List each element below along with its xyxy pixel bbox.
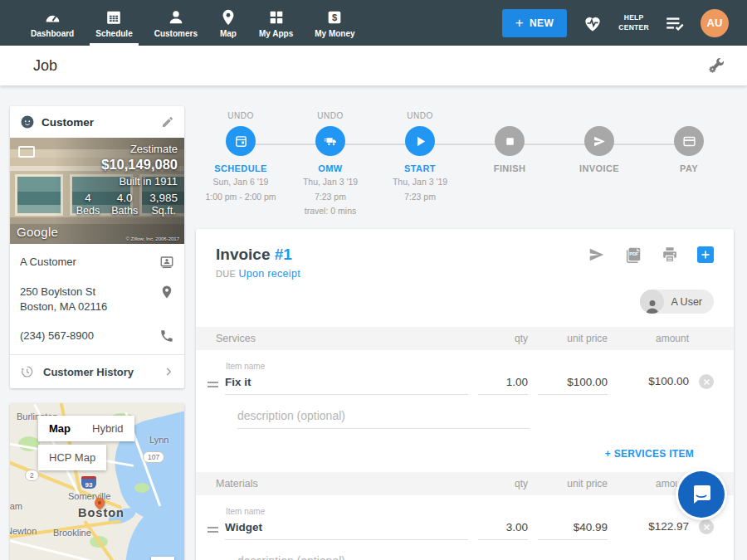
baths-value: 4.0 xyxy=(111,192,138,204)
drag-handle[interactable] xyxy=(208,379,218,387)
route-badge-107: 107 xyxy=(143,451,164,463)
step-time: 1:00 pm - 2:00 pm xyxy=(196,191,286,203)
help-center-link[interactable]: HELP CENTER xyxy=(618,13,649,32)
baths-label: Baths xyxy=(111,205,138,217)
chat-bubble-icon xyxy=(690,483,713,506)
property-stats: 4Beds 4.0Baths 3,985Sq.ft. xyxy=(76,192,178,217)
activity-feed-icon[interactable] xyxy=(664,12,686,34)
delete-material-item-button[interactable] xyxy=(699,519,714,534)
invoice-header: Invoice #1 DUE Upon receipt PDF xyxy=(196,229,734,314)
nav-item-my-money[interactable]: $ My Money xyxy=(304,0,365,46)
schedule-step-button[interactable] xyxy=(226,126,256,156)
invoice-title: Invoice #1 xyxy=(216,246,300,264)
streetview-toggle-icon[interactable] xyxy=(18,146,35,158)
customer-address-row: 250 Boylston StBoston, MA 02116 xyxy=(10,277,184,321)
unit-price-column-header: unit price xyxy=(538,333,608,344)
service-item-name-input[interactable] xyxy=(225,376,468,395)
pay-step-button[interactable] xyxy=(674,126,704,156)
item-name-label: Item name xyxy=(226,362,722,371)
material-description-input[interactable] xyxy=(237,554,530,560)
step-label: SCHEDULE xyxy=(196,163,286,173)
map-zoom-in-button[interactable]: + xyxy=(151,557,174,560)
step-time: 7:23 pm xyxy=(375,191,465,203)
material-item-name-input[interactable] xyxy=(225,521,468,540)
due-line: DUE Upon receipt xyxy=(216,268,300,280)
pdf-icon[interactable]: PDF xyxy=(624,246,642,264)
map-type-hybrid-button[interactable]: Hybrid xyxy=(81,416,134,441)
assigned-user-chip[interactable]: A User xyxy=(640,290,714,314)
location-pin-icon[interactable] xyxy=(159,285,174,299)
undo-schedule-button[interactable]: UNDO xyxy=(196,111,286,123)
step-date: Thu, Jan 3 '19 xyxy=(375,176,465,188)
amount-column-header: amount xyxy=(618,333,689,344)
undo-spacer xyxy=(554,111,644,123)
zestimate-value: $10,149,080 xyxy=(76,157,178,173)
hcp-map-button[interactable]: HCP Map xyxy=(38,445,106,470)
map-type-map-button[interactable]: Map xyxy=(38,416,81,441)
finish-step-button[interactable] xyxy=(495,126,525,156)
map-label-lynn: Lynn xyxy=(149,435,168,445)
edit-pencil-icon[interactable] xyxy=(161,115,174,129)
map-label-brookline: Brookline xyxy=(53,528,91,538)
undo-start-button[interactable]: UNDO xyxy=(375,111,465,123)
new-button[interactable]: + NEW xyxy=(502,9,568,37)
left-column: Customer Zestimate $10,149,080 Built in … xyxy=(10,106,184,560)
nav-item-schedule[interactable]: Schedule xyxy=(85,0,143,46)
main-column: UNDO SCHEDULE Sun, Jan 6 '19 1:00 pm - 2… xyxy=(196,106,734,560)
service-qty-input[interactable] xyxy=(478,376,528,395)
invoice-step-button[interactable] xyxy=(584,126,614,156)
job-tools-icon[interactable] xyxy=(707,56,725,75)
customer-history-link[interactable]: Customer History xyxy=(10,355,184,388)
add-services-item-link[interactable]: + SERVICES ITEM xyxy=(605,448,694,460)
print-icon[interactable] xyxy=(661,246,679,264)
step-label: START xyxy=(375,163,465,173)
omw-step-button[interactable] xyxy=(315,126,345,156)
material-unit-price-input[interactable] xyxy=(538,521,608,540)
google-watermark: Google xyxy=(17,225,58,239)
map-label-waltham: Waltham xyxy=(10,501,22,511)
service-unit-price-input[interactable] xyxy=(538,376,608,395)
user-avatar[interactable]: AU xyxy=(701,9,729,37)
timeline-step-invoice: INVOICE xyxy=(554,111,644,217)
nav-item-my-apps[interactable]: My Apps xyxy=(248,0,304,46)
start-step-button[interactable] xyxy=(405,126,435,156)
property-photo[interactable]: Zestimate $10,149,080 Built in 1911 4Bed… xyxy=(10,138,184,244)
services-section: Services qty unit price amount Item name xyxy=(196,327,734,469)
address-line2: Boston, MA 02116 xyxy=(20,300,107,313)
drag-handle[interactable] xyxy=(208,524,218,533)
customer-face-icon xyxy=(20,114,35,129)
contact-card-icon[interactable] xyxy=(159,255,174,270)
top-nav: Dashboard Schedule Customers Map My Apps… xyxy=(0,0,747,46)
delete-service-item-button[interactable] xyxy=(699,374,714,389)
nav-item-customers[interactable]: Customers xyxy=(144,0,208,46)
map-card[interactable]: Burlington Lynn Somerville Boston Waltha… xyxy=(10,403,184,560)
nav-label: Customers xyxy=(154,29,198,38)
timeline-step-schedule: UNDO SCHEDULE Sun, Jan 6 '19 1:00 pm - 2… xyxy=(196,111,286,217)
service-description-input[interactable] xyxy=(237,409,530,429)
nav-item-dashboard[interactable]: Dashboard xyxy=(20,0,85,46)
material-qty-input[interactable] xyxy=(478,521,528,540)
invoice-actions: PDF xyxy=(588,246,714,264)
schedule-icon xyxy=(105,8,123,27)
invoice-number-link[interactable]: #1 xyxy=(275,246,292,263)
material-amount: $122.97 xyxy=(618,520,689,540)
step-date: Sun, Jan 6 '19 xyxy=(196,176,286,188)
qty-column-header: qty xyxy=(478,333,528,344)
invoice-card: Invoice #1 DUE Upon receipt PDF xyxy=(196,229,734,560)
plus-icon: + xyxy=(515,16,524,30)
due-value-link[interactable]: Upon receipt xyxy=(238,268,300,280)
service-item-row: $100.00 xyxy=(208,374,722,395)
chat-widget-button[interactable] xyxy=(678,471,725,518)
undo-omw-button[interactable]: UNDO xyxy=(286,111,375,123)
map-label-somerville: Somerville xyxy=(68,491,110,501)
help-center-line1: HELP xyxy=(618,13,649,22)
send-invoice-icon[interactable] xyxy=(588,246,606,264)
section-title: Materials xyxy=(216,478,468,489)
add-invoice-item-button[interactable] xyxy=(697,246,714,263)
phone-icon[interactable] xyxy=(159,329,174,343)
nav-item-map[interactable]: Map xyxy=(208,0,248,46)
zestimate-label: Zestimate xyxy=(76,143,178,155)
customer-name-row: A Customer xyxy=(10,244,184,277)
heart-pulse-icon[interactable] xyxy=(582,12,603,34)
due-label: DUE xyxy=(216,269,236,279)
